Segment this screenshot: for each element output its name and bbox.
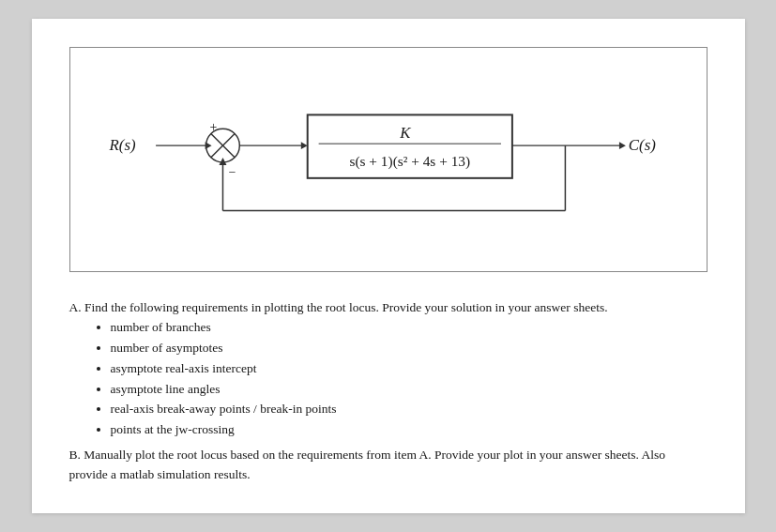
svg-marker-11 <box>618 142 625 149</box>
diagram-area: R(s) + K s(s + 1)(s² + 4s + 13) <box>69 47 708 272</box>
text-content: A. Find the following requirements in pl… <box>69 298 708 485</box>
output-label: C(s) <box>628 136 655 154</box>
input-label: R(s) <box>108 136 135 154</box>
section-a-heading: A. Find the following requirements in pl… <box>69 298 708 318</box>
section-b: B. Manually plot the root locus based on… <box>69 446 708 485</box>
page: R(s) + K s(s + 1)(s² + 4s + 13) <box>32 19 745 513</box>
section-a: A. Find the following requirements in pl… <box>69 298 708 440</box>
tf-numerator: K <box>399 124 411 142</box>
svg-marker-7 <box>300 142 307 149</box>
bullet-3: asymptote real-axis intercept <box>111 359 708 379</box>
bullet-2: number of asymptotes <box>111 339 708 358</box>
svg-marker-15 <box>219 158 226 165</box>
section-b-text: B. Manually plot the root locus based on… <box>69 446 708 485</box>
block-diagram: R(s) + K s(s + 1)(s² + 4s + 13) <box>70 48 707 271</box>
svg-text:−: − <box>228 165 236 179</box>
bullet-6: points at the jw-crossing <box>111 420 708 440</box>
bullet-4: asymptote line angles <box>111 380 708 400</box>
tf-denominator: s(s + 1)(s² + 4s + 13) <box>349 153 470 170</box>
bullet-list: number of branches number of asymptotes … <box>111 318 708 441</box>
bullet-1: number of branches <box>111 318 708 338</box>
bullet-5: real-axis break-away points / break-in p… <box>111 400 708 419</box>
